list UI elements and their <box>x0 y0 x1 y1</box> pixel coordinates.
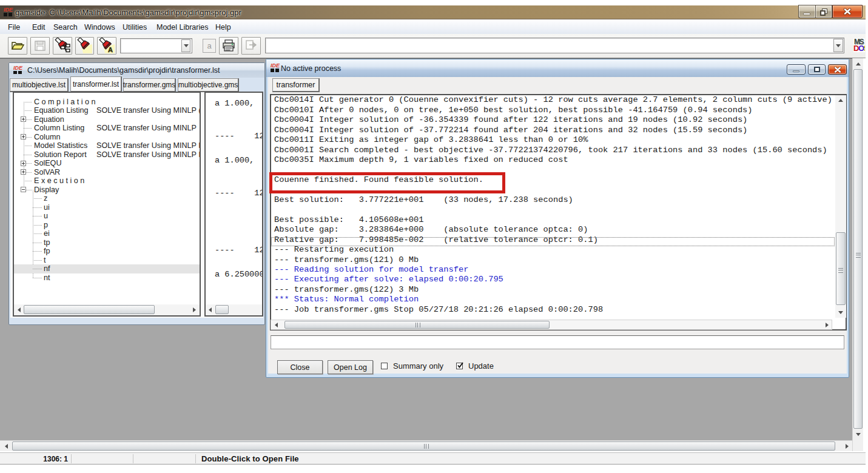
svg-text:A: A <box>108 46 113 53</box>
